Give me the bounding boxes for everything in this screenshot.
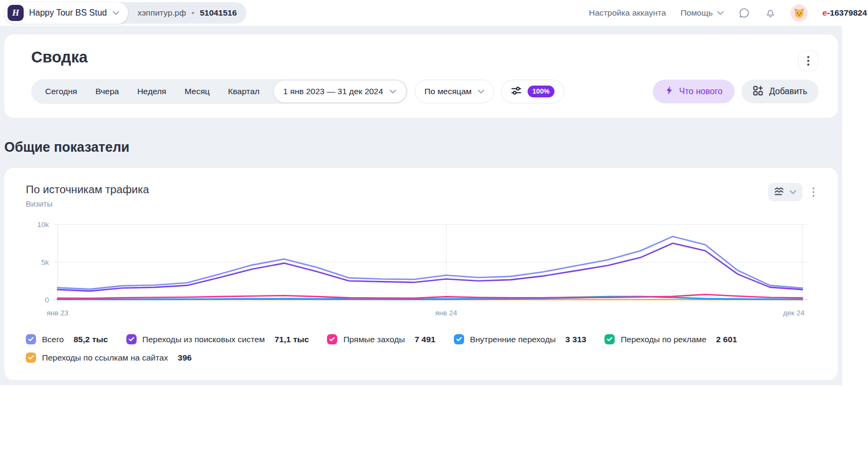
traffic-chart-svg[interactable]: 05k10kянв 23янв 24дек 24 bbox=[26, 218, 816, 326]
site-host: хэппитур.рф bbox=[138, 8, 186, 18]
chart-type-select[interactable] bbox=[768, 183, 802, 201]
summary-toolbar: СегодняВчераНеделяМесяцКвартал 1 янв 202… bbox=[31, 79, 819, 104]
period-button-3[interactable]: Месяц bbox=[176, 81, 218, 102]
legend-label: Переходы по рекламе bbox=[621, 335, 706, 344]
legend-label: Внутренние переходы bbox=[470, 335, 556, 344]
counter-picker-button[interactable]: H Happy Tour BS Stud bbox=[4, 2, 128, 24]
period-button-2[interactable]: Неделя bbox=[129, 81, 175, 102]
topbar: H Happy Tour BS Stud хэппитур.рф • 51041… bbox=[0, 0, 868, 26]
separator-dot: • bbox=[191, 8, 194, 18]
period-bar: СегодняВчераНеделяМесяцКвартал 1 янв 202… bbox=[31, 79, 408, 104]
svg-text:янв 24: янв 24 bbox=[435, 309, 457, 317]
section-title: Общие показатели bbox=[4, 139, 842, 155]
user-id-rest: -16379824 bbox=[827, 8, 867, 17]
chevron-down-icon bbox=[789, 188, 796, 196]
legend-checkbox-icon[interactable] bbox=[604, 334, 615, 344]
grid-plus-icon bbox=[753, 86, 763, 98]
user-id[interactable]: e-16379824 bbox=[822, 8, 867, 18]
legend-checkbox-icon[interactable] bbox=[327, 334, 337, 344]
legend-value: 71,1 тыс bbox=[274, 335, 309, 344]
legend-item[interactable]: Внутренние переходы3 313 bbox=[454, 334, 586, 344]
chevron-down-icon bbox=[389, 87, 396, 96]
summary-card: Сводка СегодняВчераНеделяМесяцКвартал 1 … bbox=[4, 34, 838, 118]
counter-logo-icon: H bbox=[8, 5, 24, 21]
legend-checkbox-icon[interactable] bbox=[454, 334, 464, 344]
chevron-down-icon bbox=[478, 87, 485, 96]
chevron-down-icon bbox=[717, 8, 724, 18]
chat-icon[interactable] bbox=[738, 7, 750, 19]
topbar-right: Настройка аккаунта Помощь bbox=[589, 4, 867, 22]
sliders-icon bbox=[511, 86, 522, 98]
legend-item[interactable]: Прямые заходы7 491 bbox=[327, 334, 435, 344]
grouping-value: По месяцам bbox=[424, 87, 472, 96]
period-button-4[interactable]: Квартал bbox=[219, 81, 268, 102]
legend-checkbox-icon[interactable] bbox=[26, 352, 36, 363]
avatar[interactable] bbox=[791, 4, 808, 22]
legend-label: Прямые заходы bbox=[343, 335, 404, 344]
legend: Всего85,2 тысПереходы из поисковых систе… bbox=[26, 334, 816, 363]
svg-text:5k: 5k bbox=[41, 258, 49, 266]
bolt-icon bbox=[665, 86, 673, 97]
legend-checkbox-icon[interactable] bbox=[126, 334, 137, 344]
user-id-prefix: e bbox=[822, 8, 827, 17]
legend-value: 2 601 bbox=[716, 335, 737, 344]
site-info: хэппитур.рф • 51041516 bbox=[128, 8, 247, 18]
legend-label: Всего bbox=[42, 335, 64, 344]
help-menu[interactable]: Помощь bbox=[680, 8, 724, 18]
widget-actions bbox=[768, 183, 817, 201]
svg-text:дек 24: дек 24 bbox=[783, 309, 805, 317]
legend-item[interactable]: Переходы по рекламе2 601 bbox=[604, 334, 737, 344]
chevron-down-icon bbox=[112, 9, 119, 17]
account-settings-link[interactable]: Настройка аккаунта bbox=[589, 8, 666, 18]
legend-item[interactable]: Переходы по ссылкам на сайтах396 bbox=[26, 352, 191, 363]
period-button-1[interactable]: Вчера bbox=[87, 81, 127, 102]
traffic-sources-widget: По источникам трафика Визиты bbox=[4, 168, 838, 380]
grouping-select[interactable]: По месяцам bbox=[415, 80, 494, 103]
counter-cluster: H Happy Tour BS Stud хэппитур.рф • 51041… bbox=[4, 2, 246, 24]
legend-checkbox-icon[interactable] bbox=[26, 334, 36, 344]
whats-new-button[interactable]: Что нового bbox=[653, 80, 735, 103]
legend-value: 3 313 bbox=[565, 335, 586, 344]
add-widget-button[interactable]: Добавить bbox=[742, 80, 819, 103]
legend-label: Переходы по ссылкам на сайтах bbox=[42, 353, 168, 363]
sampling-badge: 100% bbox=[528, 86, 554, 97]
content-area: Сводка СегодняВчераНеделяМесяцКвартал 1 … bbox=[0, 26, 842, 385]
counter-id: 51041516 bbox=[200, 8, 237, 18]
line-chart-icon bbox=[774, 187, 785, 197]
legend-value: 7 491 bbox=[415, 335, 436, 344]
cat-avatar-icon bbox=[793, 8, 805, 18]
date-range-picker[interactable]: 1 янв 2023 — 31 дек 2024 bbox=[274, 81, 407, 102]
sampling-button[interactable]: 100% bbox=[501, 80, 564, 103]
legend-value: 396 bbox=[178, 353, 192, 363]
date-range-value: 1 янв 2023 — 31 дек 2024 bbox=[283, 87, 383, 96]
legend-value: 85,2 тыс bbox=[74, 335, 108, 344]
svg-text:янв 23: янв 23 bbox=[47, 309, 69, 317]
page-title: Сводка bbox=[31, 48, 819, 66]
period-button-0[interactable]: Сегодня bbox=[37, 81, 86, 102]
svg-text:10k: 10k bbox=[37, 221, 49, 229]
legend-label: Переходы из поисковых систем bbox=[143, 335, 265, 344]
legend-item[interactable]: Всего85,2 тыс bbox=[26, 334, 108, 344]
notifications-bell-icon[interactable] bbox=[765, 7, 776, 19]
legend-item[interactable]: Переходы из поисковых систем71,1 тыс bbox=[126, 334, 309, 344]
widget-subtitle: Визиты bbox=[26, 200, 149, 208]
widget-kebab-menu-icon[interactable] bbox=[810, 184, 817, 200]
summary-kebab-menu-icon[interactable] bbox=[798, 51, 819, 71]
svg-text:0: 0 bbox=[45, 296, 49, 304]
widget-title: По источникам трафика bbox=[26, 183, 149, 196]
counter-name: Happy Tour BS Stud bbox=[29, 8, 107, 18]
